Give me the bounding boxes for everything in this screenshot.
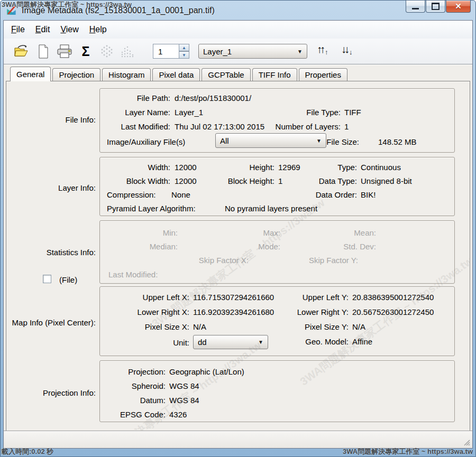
spin-down-button[interactable]: ▼ [179,51,189,59]
data-order-value: BIK! [361,190,376,199]
pyramid-layers-icon [98,43,115,60]
histogram-icon [118,43,135,60]
stats-last-modified-label: Last Modified: [108,270,158,279]
aux-files-dropdown[interactable]: All ▼ [215,133,326,148]
client-area: File Edit View Help [3,20,473,449]
unit-label: Unit: [104,338,189,347]
map-info-section-label: Map Info (Pixel Center): [6,318,96,327]
geo-model-label: Geo. Model: [275,337,349,346]
file-size-label: File Size: [322,137,359,146]
minimize-button[interactable] [406,1,425,13]
tab-tiff-info[interactable]: TIFF Info [252,68,297,81]
toolbar: Σ [4,39,472,64]
projection-info-groupbox: Projection: Geographic (Lat/Lon) Spheroi… [99,360,455,422]
upper-left-y-label: Upper Left Y: [275,293,349,302]
number-of-layers-value: 1 [344,122,349,131]
data-type-label: Data Type: [291,176,357,185]
spheroid-label: Spheroid: [104,381,166,390]
image-metadata-window: Image Metadata (fs2_151830001_1a_0001_pa… [0,0,476,457]
tab-general[interactable]: General [10,67,51,81]
raise-layer-button[interactable]: ↑↑↑ [317,43,327,55]
menu-help[interactable]: Help [89,25,107,34]
projection-label: Projection: [104,367,166,376]
tab-projection[interactable]: Projection [52,68,100,81]
lower-layer-button[interactable]: ↓↓↓ [341,43,351,55]
layer-info-groupbox: Width: 12000 Height: 12969 Type: Continu… [99,157,455,216]
stats-file-checkbox-label: (File) [59,275,77,284]
stats-file-checkbox[interactable] [43,275,51,283]
pyramid-algorithm-value: No pyramid layers present [225,204,317,213]
upper-left-x-label: Upper Left X: [104,293,189,302]
general-tab-page: 3WA問題解決專家工作室 ~ https://3wa.tw 3WA問題解決專家工… [6,81,470,431]
watermark-top-left: 3WA問題解決專家工作室 ~ https://3wa.tw [2,0,132,10]
layer-name-label: Layer Name: [104,108,170,117]
open-file-button[interactable] [12,42,30,60]
layer-select-dropdown[interactable]: Layer_1 ▼ [198,44,307,59]
data-type-value: Unsigned 8-bit [361,176,412,185]
layer-info-section-label: Layer Info: [6,183,96,192]
print-button[interactable] [56,42,74,60]
file-info-groupbox: File Path: d:/test/po/151830001/ Layer N… [99,88,455,153]
tab-gcptable[interactable]: GCPTable [202,68,250,81]
projection-value: Geographic (Lat/Lon) [169,367,244,376]
map-info-groupbox: Upper Left X: 116.715307294261660 Upper … [99,286,455,356]
minimize-icon [412,8,419,10]
sigma-icon: Σ [81,45,89,58]
upper-left-y-value: 20.8386395001272540 [352,293,434,302]
block-width-value: 12000 [175,176,197,185]
menu-view[interactable]: View [60,25,78,34]
unit-dropdown[interactable]: dd ▼ [193,335,268,349]
aux-files-label: Image/Auxiliary File(s) [107,137,185,146]
arrows-up-icon: ↑↑ [317,43,323,55]
histogram-button-disabled [118,42,136,60]
tab-histogram[interactable]: Histogram [102,68,151,81]
layer-number-stepper: ▲ ▼ [179,44,189,59]
chevron-down-icon: ▼ [316,138,322,144]
window-controls: ✕ [405,1,471,13]
epsg-code-label: EPSG Code: [104,410,166,419]
spin-down-icon: ▼ [182,53,186,58]
close-icon: ✕ [455,2,462,11]
lower-right-x-label: Lower Right X: [104,307,189,316]
block-width-label: Block Width: [104,176,170,185]
statistics-info-groupbox: Min: Max: Mean: Median: Mode: Std. Dev: … [99,220,455,284]
layer-name-value: Layer_1 [175,108,203,117]
tab-pixel-data[interactable]: Pixel data [152,68,200,81]
resize-grip[interactable] [463,439,471,446]
height-label: Height: [208,163,274,172]
block-height-label: Block Height: [208,176,274,185]
lower-right-y-label: Lower Right Y: [275,307,349,316]
menu-edit[interactable]: Edit [35,25,50,34]
skip-factor-x-label: Skip Factor X: [175,256,249,265]
statistics-button[interactable]: Σ [77,42,95,60]
datum-label: Datum: [104,396,166,405]
projection-info-section-label: Projection Info: [6,388,96,397]
open-folder-icon [14,45,29,58]
pixel-size-y-label: Pixel Size Y: [275,322,349,331]
layer-select-value: Layer_1 [203,47,232,56]
lower-right-x-value: 116.920392394261680 [193,307,274,316]
spin-up-button[interactable]: ▲ [179,44,189,51]
spheroid-value: WGS 84 [169,381,199,390]
tab-strip: General Projection Histogram Pixel data … [6,66,470,81]
maximize-button[interactable] [426,1,445,13]
chevron-down-icon: ▼ [297,49,303,54]
menu-file[interactable]: File [11,25,25,34]
statistics-info-section-label: Statistics Info: [6,248,96,257]
close-button[interactable]: ✕ [446,1,471,13]
layer-number-input[interactable]: 1 [153,44,179,59]
pyramid-algorithm-label: Pyramid Layer Algorithm: [107,204,196,213]
printer-icon [57,44,72,59]
file-info-section-label: File Info: [6,115,96,124]
geo-model-value: Affine [352,337,372,346]
maximize-icon [432,3,440,10]
type-label: Type: [291,163,357,172]
skip-factor-y-label: Skip Factor Y: [285,256,358,265]
min-label: Min: [104,228,178,237]
pixel-size-x-value: N/A [193,322,206,331]
datum-value: WGS 84 [169,396,199,405]
tab-properties[interactable]: Properties [299,68,347,81]
new-file-button[interactable] [34,42,52,60]
max-label: Max: [207,228,280,237]
compression-label: Compression: [107,190,156,199]
